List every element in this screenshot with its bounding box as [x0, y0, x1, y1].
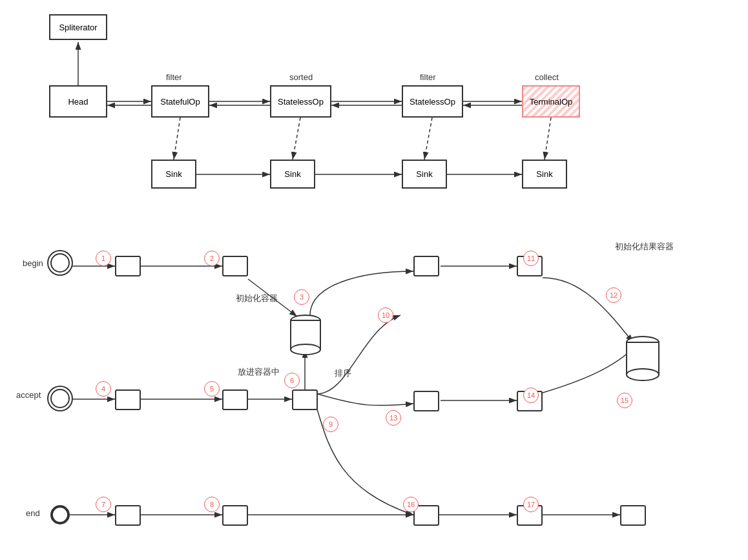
- end-circle: [50, 505, 70, 524]
- badge-16: 16: [403, 497, 419, 512]
- badge-12: 12: [606, 287, 621, 303]
- svg-line-15: [545, 118, 551, 160]
- badge-1: 1: [96, 251, 111, 266]
- sq-top-right-1: [413, 256, 439, 276]
- accept-circle: [50, 389, 70, 408]
- head-box: Head: [49, 85, 107, 118]
- sort-label: 排序: [335, 368, 351, 379]
- badge-5: 5: [204, 381, 220, 397]
- filter1-label: filter: [166, 72, 182, 82]
- badge-14: 14: [523, 388, 539, 403]
- badge-9: 9: [323, 417, 338, 432]
- badge-17: 17: [523, 497, 539, 512]
- terminal-op-box: TerminalOp: [522, 85, 580, 118]
- sq-accept-2: [222, 389, 248, 410]
- filter2-label: filter: [420, 72, 436, 82]
- sink2-box: Sink: [270, 160, 315, 189]
- badge-7: 7: [96, 497, 111, 512]
- svg-line-14: [424, 118, 432, 160]
- sq-end-1: [115, 505, 141, 526]
- stateful-op-box: StatefulOp: [151, 85, 209, 118]
- sq-accept-3: [292, 389, 318, 410]
- badge-4: 4: [96, 381, 111, 397]
- sq-mid-right-1: [413, 391, 439, 411]
- begin-label: begin: [23, 258, 43, 268]
- badge-13: 13: [386, 410, 401, 426]
- arrows-svg: [0, 0, 748, 560]
- sq-end-5: [620, 505, 646, 526]
- collect-label: collect: [535, 72, 559, 82]
- sq-begin-2: [222, 256, 248, 276]
- sink3-box: Sink: [402, 160, 447, 189]
- diagram-container: Spliterator Head StatefulOp StatelessOp …: [0, 0, 748, 560]
- spliterator-box: Spliterator: [49, 14, 107, 40]
- badge-11: 11: [523, 251, 539, 266]
- badge-10: 10: [378, 307, 393, 323]
- svg-line-13: [293, 118, 300, 160]
- sink1-box: Sink: [151, 160, 196, 189]
- badge-3: 3: [294, 289, 309, 305]
- init-result-container-label: 初始化结果容器: [615, 241, 674, 253]
- cylinder-left: [289, 314, 322, 356]
- cylinder-right: [625, 336, 661, 381]
- stateless-op2-box: StatelessOp: [402, 85, 463, 118]
- badge-8: 8: [204, 497, 220, 512]
- svg-point-35: [291, 344, 320, 355]
- end-label: end: [26, 508, 40, 518]
- badge-6: 6: [284, 373, 300, 388]
- svg-point-40: [627, 369, 659, 380]
- accept-label: accept: [16, 390, 41, 400]
- sorted-label: sorted: [289, 72, 313, 82]
- sq-end-2: [222, 505, 248, 526]
- begin-circle: [50, 253, 70, 273]
- badge-2: 2: [204, 251, 220, 266]
- put-container-label: 放进容器中: [238, 366, 280, 378]
- sq-accept-1: [115, 389, 141, 410]
- badge-15: 15: [617, 393, 632, 408]
- init-container-label: 初始化容器: [236, 293, 278, 304]
- sq-begin-1: [115, 256, 141, 276]
- svg-line-12: [174, 118, 180, 160]
- sink4-box: Sink: [522, 160, 567, 189]
- stateless-op1-box: StatelessOp: [270, 85, 331, 118]
